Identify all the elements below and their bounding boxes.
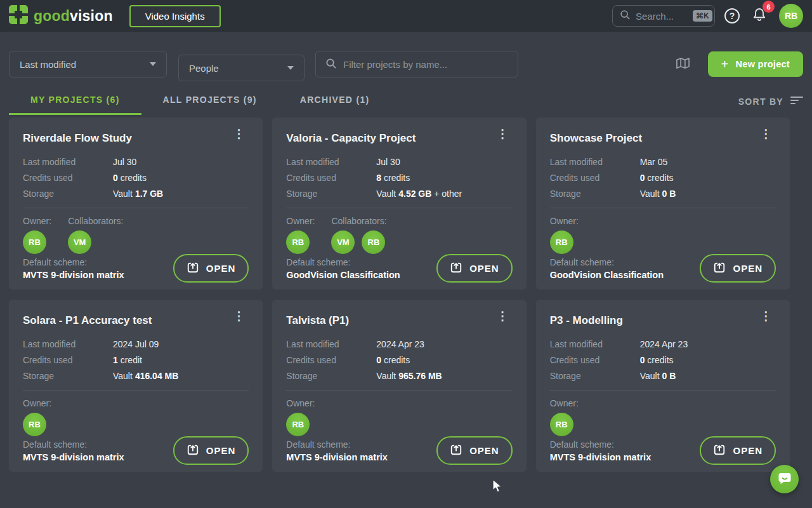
- notifications-button[interactable]: 6: [749, 6, 769, 26]
- chat-launcher-button[interactable]: [770, 465, 799, 493]
- open-label: OPEN: [469, 263, 499, 274]
- bell-icon: [752, 13, 767, 24]
- project-meta: Last modified2024 Apr 23 Credits used0 c…: [550, 337, 776, 384]
- sort-by-label: SORT BY: [738, 97, 783, 107]
- credits-used-value: 8 credits: [376, 170, 410, 186]
- default-scheme-label: Default scheme:: [550, 439, 652, 450]
- new-project-label: New project: [736, 59, 790, 69]
- global-search[interactable]: ⌘K: [612, 5, 715, 27]
- kebab-menu-icon[interactable]: ⋮: [229, 309, 249, 323]
- project-meta: Last modified2024 Jul 09 Credits used1 c…: [23, 337, 249, 384]
- divider: [550, 390, 776, 391]
- people-filter-value: People: [189, 63, 219, 74]
- open-project-button[interactable]: OPEN: [173, 436, 249, 465]
- default-scheme-label: Default scheme:: [23, 439, 124, 450]
- tab-archived[interactable]: ARCHIVED (1): [278, 95, 391, 115]
- storage-value: Vault1.7 GB: [113, 186, 163, 202]
- owner-column: Owner: RB: [23, 398, 51, 436]
- people-section: Owner: RB: [550, 398, 776, 436]
- project-name-filter-input[interactable]: [343, 59, 509, 70]
- credits-used-value: 0 credits: [640, 352, 674, 368]
- last-modified-label: Last modified: [23, 154, 113, 170]
- video-insights-button[interactable]: Video Insights: [129, 5, 221, 27]
- open-project-button[interactable]: OPEN: [700, 254, 776, 283]
- tab-all-projects[interactable]: ALL PROJECTS (9): [141, 95, 278, 115]
- people-section: Owner: RB Collaborators: VM RB: [286, 216, 512, 254]
- goodvision-logo[interactable]: goodvision: [9, 5, 113, 27]
- owner-avatar[interactable]: RB: [550, 413, 573, 436]
- sort-by-button[interactable]: SORT BY: [738, 96, 803, 115]
- storage-value: Vault965.76 MB: [376, 368, 442, 384]
- default-scheme-label: Default scheme:: [550, 257, 664, 267]
- storage-value: Vault416.04 MB: [113, 368, 178, 384]
- collaborator-avatar[interactable]: RB: [362, 231, 385, 254]
- last-modified-value: 2024 Apr 23: [376, 337, 424, 352]
- storage-label: Storage: [550, 368, 640, 384]
- kebab-menu-icon[interactable]: ⋮: [493, 309, 513, 323]
- credits-used-value: 0 credits: [376, 352, 410, 368]
- map-icon: [676, 63, 690, 72]
- project-meta: Last modified2024 Apr 23 Credits used0 c…: [286, 337, 512, 384]
- scheme-block: Default scheme: MVTS 9-division matrix: [23, 439, 124, 462]
- owner-avatar[interactable]: RB: [286, 413, 310, 436]
- open-project-button[interactable]: OPEN: [173, 254, 249, 283]
- open-label: OPEN: [733, 263, 763, 274]
- project-card: Talvista (P1) ⋮ Last modified2024 Apr 23…: [272, 300, 526, 472]
- open-label: OPEN: [206, 263, 236, 274]
- last-modified-label: Last modified: [286, 154, 376, 170]
- collaborators-label: Collaborators:: [68, 216, 123, 226]
- default-scheme-label: Default scheme:: [286, 257, 400, 267]
- owner-avatar[interactable]: RB: [550, 231, 573, 254]
- default-scheme-name: MVTS 9-division matrix: [286, 452, 388, 462]
- map-view-button[interactable]: [673, 53, 693, 75]
- collaborator-avatar[interactable]: VM: [68, 231, 91, 254]
- collaborators-column: Collaborators: VM RB: [331, 216, 386, 254]
- search-icon: [619, 9, 631, 23]
- scheme-block: Default scheme: MVTS 9-division matrix: [550, 439, 652, 462]
- brand-good: good: [34, 8, 70, 24]
- owner-avatar[interactable]: RB: [23, 231, 46, 254]
- owner-avatar[interactable]: RB: [286, 231, 310, 254]
- project-title: Valoria - Capacity Project: [286, 126, 416, 145]
- open-icon: [450, 261, 462, 276]
- credits-used-value: 0 credits: [640, 170, 674, 186]
- credits-used-value: 0 credits: [113, 170, 147, 186]
- last-modified-label: Last modified: [550, 154, 640, 170]
- owner-avatar[interactable]: RB: [23, 413, 46, 436]
- brand-name: goodvision: [34, 8, 113, 25]
- kebab-menu-icon[interactable]: ⋮: [756, 309, 776, 323]
- sort-order-select[interactable]: Last modified: [9, 51, 167, 77]
- divider: [286, 390, 512, 391]
- collaborator-avatar[interactable]: VM: [331, 231, 355, 254]
- project-card: P3 - Modelling ⋮ Last modified2024 Apr 2…: [536, 300, 790, 472]
- storage-value: Vault0 B: [640, 368, 676, 384]
- sort-lines-icon: [790, 96, 803, 107]
- owner-column: Owner: RB: [23, 216, 51, 254]
- storage-label: Storage: [286, 368, 376, 384]
- help-icon[interactable]: ?: [724, 8, 740, 23]
- people-section: Owner: RB: [550, 216, 776, 254]
- keyboard-shortcut-badge: ⌘K: [693, 10, 712, 22]
- top-navbar: goodvision Video Insights ⌘K ? 6 RB: [0, 0, 812, 32]
- open-project-button[interactable]: OPEN: [436, 436, 513, 465]
- tab-my-projects[interactable]: MY PROJECTS (6): [9, 95, 141, 115]
- kebab-menu-icon[interactable]: ⋮: [756, 126, 776, 141]
- brand-vision: vision: [70, 8, 113, 24]
- user-avatar[interactable]: RB: [779, 4, 803, 28]
- storage-value: Vault0 B: [640, 186, 676, 202]
- credits-used-label: Credits used: [23, 352, 113, 368]
- people-filter-select[interactable]: People: [178, 55, 304, 81]
- credits-used-value: 1 credit: [113, 352, 142, 368]
- kebab-menu-icon[interactable]: ⋮: [493, 126, 513, 141]
- project-name-filter[interactable]: [315, 51, 518, 77]
- divider: [23, 208, 249, 208]
- last-modified-label: Last modified: [550, 337, 640, 352]
- project-card: Showcase Project ⋮ Last modifiedMar 05 C…: [536, 117, 790, 290]
- project-meta: Last modifiedMar 05 Credits used0 credit…: [550, 154, 776, 202]
- kebab-menu-icon[interactable]: ⋮: [229, 126, 249, 141]
- global-search-input[interactable]: [636, 11, 688, 22]
- last-modified-value: Jul 30: [113, 154, 136, 170]
- open-project-button[interactable]: OPEN: [700, 436, 776, 465]
- open-project-button[interactable]: OPEN: [436, 254, 513, 283]
- new-project-button[interactable]: + New project: [708, 51, 803, 77]
